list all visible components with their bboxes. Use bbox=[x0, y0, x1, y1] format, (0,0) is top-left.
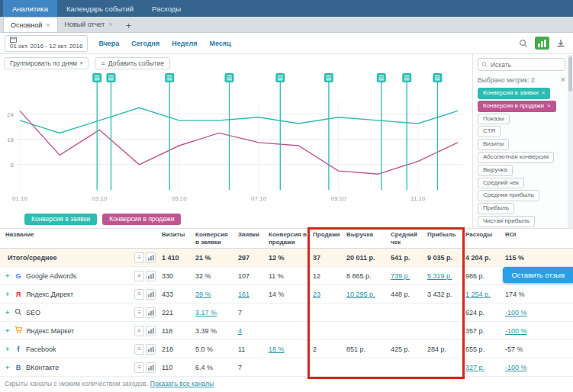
row-chart-button[interactable] bbox=[146, 307, 156, 318]
event-marker[interactable] bbox=[225, 73, 234, 190]
quick-date-3[interactable]: Месяц bbox=[209, 40, 230, 47]
expand-row-icon[interactable]: + bbox=[5, 309, 11, 316]
metric-chip[interactable]: Прибыль bbox=[478, 203, 514, 214]
metric-chip[interactable]: Выручка bbox=[478, 165, 513, 176]
metrics-search[interactable] bbox=[478, 58, 565, 71]
column-header[interactable] bbox=[131, 229, 159, 249]
expand-row-icon[interactable]: + bbox=[5, 291, 11, 298]
expand-row-icon[interactable]: + bbox=[5, 345, 11, 353]
event-marker[interactable] bbox=[107, 73, 116, 190]
tab-new-report[interactable]: Новый отчет× bbox=[58, 17, 120, 32]
nav-item-expenses[interactable]: Расходы bbox=[143, 0, 190, 17]
table-cell: -100 % bbox=[502, 358, 537, 377]
table-cell bbox=[266, 304, 310, 322]
row-chart-button[interactable] bbox=[146, 362, 156, 373]
cell-link[interactable]: 10 295 р. bbox=[346, 291, 375, 298]
scrollbar[interactable] bbox=[568, 55, 573, 228]
row-list-button[interactable]: ≡ bbox=[134, 271, 144, 281]
nav-item-events-calendar[interactable]: Календарь событий bbox=[57, 0, 143, 17]
quick-date-1[interactable]: Сегодня bbox=[131, 40, 159, 47]
close-metrics-icon[interactable]: × bbox=[561, 76, 565, 84]
row-chart-button[interactable] bbox=[146, 252, 156, 263]
cell-link[interactable]: 161 bbox=[238, 291, 249, 298]
cell-link[interactable]: 1 254 р. bbox=[465, 291, 491, 298]
chart-view-button[interactable] bbox=[535, 37, 549, 50]
column-header[interactable]: Конверсия в продажи bbox=[266, 229, 310, 249]
search-icon[interactable] bbox=[519, 39, 528, 48]
row-chart-button[interactable] bbox=[146, 271, 156, 281]
column-header[interactable]: Средний чек bbox=[388, 229, 424, 249]
quick-date-2[interactable]: Неделя bbox=[172, 40, 197, 47]
tab-main-report[interactable]: Основной× bbox=[3, 17, 58, 32]
cell-link[interactable]: -100 % bbox=[505, 309, 527, 316]
feedback-button[interactable]: Оставить отзыв bbox=[503, 267, 573, 283]
row-list-button[interactable]: ≡ bbox=[134, 252, 144, 263]
metric-chip[interactable]: Средний чек bbox=[478, 178, 524, 189]
legend-item[interactable]: Конверсия в заявки bbox=[24, 214, 97, 225]
event-marker[interactable] bbox=[402, 73, 411, 190]
metric-chip[interactable]: Показы bbox=[478, 114, 510, 125]
add-tab-button[interactable]: + bbox=[121, 19, 137, 32]
close-tab-icon[interactable]: × bbox=[46, 21, 50, 29]
cell-link[interactable]: -100 % bbox=[505, 327, 527, 335]
table-cell: 20 011 р. bbox=[343, 249, 388, 267]
nav-item-analytics[interactable]: Аналитика bbox=[3, 0, 57, 17]
row-chart-button[interactable] bbox=[146, 344, 156, 355]
group-by-select[interactable]: Группировать по дням ▾ bbox=[4, 57, 89, 69]
column-header[interactable]: Визиты bbox=[159, 229, 192, 249]
remove-metric-icon[interactable]: × bbox=[547, 102, 551, 109]
row-list-button[interactable]: ≡ bbox=[134, 307, 144, 318]
metric-chip[interactable]: Средняя прибыль bbox=[478, 190, 539, 201]
metrics-search-input[interactable] bbox=[491, 61, 562, 69]
cell-link[interactable]: -100 % bbox=[505, 364, 527, 371]
metric-chip[interactable]: Чистая прибыль bbox=[478, 216, 535, 227]
column-header[interactable]: Расходы bbox=[462, 229, 502, 249]
metric-chip[interactable]: Абсолютная конверсия bbox=[478, 152, 554, 163]
column-header[interactable]: Название bbox=[0, 229, 131, 249]
remove-metric-icon[interactable]: × bbox=[542, 89, 546, 96]
row-list-button[interactable]: ≡ bbox=[134, 326, 144, 336]
event-marker[interactable] bbox=[92, 73, 101, 190]
event-marker[interactable] bbox=[275, 73, 285, 190]
date-range-picker[interactable]: 01 окт. 2016 - 12 окт. 2016 bbox=[5, 35, 88, 52]
cell-value: 425 р. bbox=[391, 345, 410, 353]
row-list-button[interactable]: ≡ bbox=[134, 344, 144, 355]
row-chart-button[interactable] bbox=[146, 326, 156, 336]
column-header[interactable]: Конверсия в заявки bbox=[192, 229, 235, 249]
row-list-button[interactable]: ≡ bbox=[134, 362, 144, 373]
cell-link[interactable]: 5 319 р. bbox=[427, 272, 452, 280]
cell-link[interactable]: 23 bbox=[313, 291, 320, 298]
metric-chip[interactable]: Конверсия в заявки× bbox=[478, 88, 550, 99]
cell-link[interactable]: 739 р. bbox=[391, 272, 410, 280]
cell-link[interactable]: 3.17 % bbox=[195, 309, 217, 316]
metric-chip[interactable]: Визиты bbox=[478, 139, 509, 150]
row-spacer bbox=[537, 322, 573, 340]
column-header[interactable]: Продажи bbox=[310, 229, 343, 249]
row-list-button[interactable]: ≡ bbox=[134, 289, 144, 300]
quick-date-0[interactable]: Вчера bbox=[98, 40, 119, 47]
add-event-button[interactable]: ≡ Добавить событие bbox=[95, 57, 170, 69]
column-header[interactable]: Выручка bbox=[343, 229, 388, 249]
expand-row-icon[interactable]: + bbox=[5, 364, 11, 371]
expand-row-icon[interactable]: + bbox=[5, 327, 11, 335]
column-header[interactable]: ROI bbox=[502, 229, 537, 249]
metric-chip[interactable]: CTR bbox=[478, 126, 501, 137]
metrics-panel: Выбрано метрик: 2 × Конверсия в заявки×К… bbox=[472, 54, 573, 228]
cell-link[interactable]: 4 bbox=[238, 327, 242, 335]
column-header[interactable]: Прибыль bbox=[424, 229, 462, 249]
metric-chip[interactable]: Конверсия в продажи× bbox=[478, 101, 556, 112]
cell-link[interactable]: 327 р. bbox=[465, 364, 484, 371]
cell-link[interactable]: 18 % bbox=[269, 345, 285, 353]
expand-row-icon[interactable]: + bbox=[5, 272, 11, 280]
legend-item[interactable]: Конверсия в продажи bbox=[102, 214, 181, 225]
cell-link[interactable]: 39 % bbox=[195, 291, 211, 298]
close-tab-icon[interactable]: × bbox=[108, 21, 112, 28]
event-marker[interactable] bbox=[165, 73, 174, 190]
export-icon[interactable] bbox=[556, 39, 565, 48]
event-marker[interactable] bbox=[433, 73, 442, 190]
scrollbar-thumb[interactable] bbox=[568, 56, 572, 92]
row-chart-button[interactable] bbox=[146, 289, 156, 300]
show-all-channels-link[interactable]: Показать все каналы bbox=[150, 380, 214, 387]
event-marker[interactable] bbox=[324, 73, 333, 190]
column-header[interactable]: Заявки bbox=[235, 229, 266, 249]
